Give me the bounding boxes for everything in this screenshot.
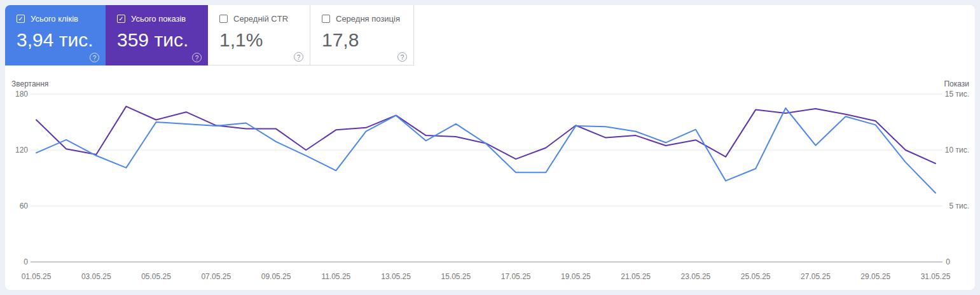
checkbox-checked-icon[interactable]: ✓ [117, 15, 125, 23]
x-axis-date-label: 07.05.25 [201, 272, 231, 281]
metric-card-total-clicks[interactable]: ✓ Усього кліків 3,94 тис. ? [5, 5, 106, 65]
metric-value: 1,1% [219, 29, 310, 51]
left-axis-tick-label: 60 [20, 202, 29, 210]
right-axis-tick-label: 5 тис. [949, 202, 969, 210]
help-icon[interactable]: ? [192, 53, 202, 62]
x-axis-date-label: 25.05.25 [741, 272, 771, 281]
metric-label: Середня позиція [336, 14, 400, 24]
x-axis-date-label: 31.05.25 [921, 272, 951, 281]
x-axis-date-label: 15.05.25 [441, 272, 471, 281]
x-axis-date-label: 27.05.25 [801, 272, 831, 281]
clicks-line [36, 108, 935, 193]
card-label-row: ✓ Усього показів [117, 14, 208, 24]
left-axis-tick-label: 120 [15, 146, 28, 154]
x-axis-date-label: 17.05.25 [501, 272, 531, 281]
right-axis-tick-label: 10 тис. [945, 146, 969, 154]
performance-panel: ✓ Усього кліків 3,94 тис. ? ✓ Усього пок… [5, 5, 975, 290]
checkbox-unchecked-icon[interactable] [322, 15, 330, 23]
metric-value: 17,8 [322, 29, 413, 51]
x-axis-date-label: 29.05.25 [860, 272, 890, 281]
metric-card-average-position[interactable]: Середня позиція 17,8 ? [310, 5, 414, 65]
left-axis-title: Звертання [11, 79, 48, 88]
metric-card-total-impressions[interactable]: ✓ Усього показів 359 тис. ? [106, 5, 208, 65]
x-axis-date-label: 11.05.25 [321, 272, 350, 281]
left-axis-tick-label: 0 [24, 257, 28, 266]
right-axis-tick-label: 15 тис. [945, 90, 969, 99]
right-axis-title: Покази [944, 79, 969, 88]
x-axis-date-label: 05.05.25 [141, 272, 171, 281]
card-label-row: Середній CTR [219, 14, 310, 24]
impressions-line [36, 106, 935, 163]
help-icon[interactable]: ? [397, 52, 407, 62]
help-icon[interactable]: ? [294, 52, 303, 62]
x-axis-date-label: 21.05.25 [621, 272, 651, 281]
metric-label: Усього показів [131, 14, 186, 24]
x-axis-date-label: 19.05.25 [561, 272, 591, 281]
metric-value: 3,94 тис. [17, 29, 106, 51]
right-axis-tick-label: 0 [946, 257, 950, 266]
x-axis-date-label: 03.05.25 [81, 272, 111, 281]
metric-cards-row: ✓ Усього кліків 3,94 тис. ? ✓ Усього пок… [5, 5, 414, 65]
checkbox-unchecked-icon[interactable] [219, 15, 228, 23]
left-axis-tick-label: 180 [15, 90, 28, 99]
performance-chart[interactable]: 00605 тис.12010 тис.18015 тис.ЗвертанняП… [5, 73, 975, 290]
metric-label: Середній CTR [233, 14, 288, 24]
help-icon[interactable]: ? [90, 53, 99, 62]
card-label-row: Середня позиція [322, 14, 413, 24]
x-axis-date-label: 01.05.25 [22, 272, 52, 281]
x-axis-date-label: 13.05.25 [381, 272, 411, 281]
card-label-row: ✓ Усього кліків [17, 14, 106, 24]
x-axis-date-label: 09.05.25 [261, 272, 291, 281]
metric-label: Усього кліків [31, 14, 78, 24]
metric-value: 359 тис. [117, 29, 208, 51]
metric-card-average-ctr[interactable]: Середній CTR 1,1% ? [208, 5, 310, 65]
checkbox-checked-icon[interactable]: ✓ [17, 15, 25, 23]
x-axis-date-label: 23.05.25 [681, 272, 711, 281]
